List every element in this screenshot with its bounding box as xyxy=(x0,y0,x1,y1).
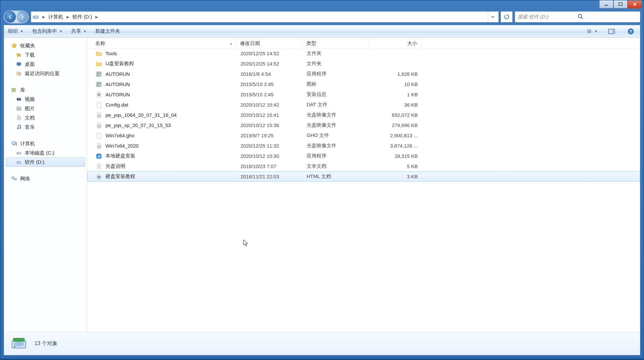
svg-rect-15 xyxy=(17,63,21,65)
help-button[interactable]: ? xyxy=(625,27,636,36)
column-header-date[interactable]: 修改日期 xyxy=(236,39,302,48)
file-size: 3 KB xyxy=(369,174,422,179)
file-type: 图标 xyxy=(303,81,369,87)
svg-rect-12 xyxy=(612,29,615,34)
maximize-icon xyxy=(618,2,623,7)
title-bar[interactable] xyxy=(0,0,644,10)
file-row[interactable]: 本地硬盘安装2020/10/12 15:30应用程序28,315 KB xyxy=(87,151,640,161)
share-menu[interactable]: 共享▼ xyxy=(71,28,87,34)
chevron-down-icon xyxy=(491,15,494,19)
svg-rect-45 xyxy=(97,85,99,86)
favorites-header[interactable]: 收藏夹 xyxy=(6,41,85,50)
file-row[interactable]: 光盘说明2016/10/23 7:07文本文档5 KB xyxy=(87,161,640,171)
preview-pane-button[interactable] xyxy=(606,27,617,36)
sidebar-item-recent[interactable]: 最近访问的位置 xyxy=(6,69,85,78)
sidebar-item-desktop[interactable]: 桌面 xyxy=(6,60,85,69)
new-folder-button[interactable]: 新建文件夹 xyxy=(95,28,120,34)
svg-rect-55 xyxy=(97,154,101,158)
sidebar-item-drive-d[interactable]: 软件 (D:) xyxy=(6,158,85,167)
file-date: 2016/1/8 4:54 xyxy=(236,71,303,77)
svg-rect-10 xyxy=(588,32,591,32)
address-bar[interactable]: ▶ 计算机 ▶ 软件 (D:) ▶ xyxy=(31,11,499,22)
file-date: 2020/12/25 14:52 xyxy=(236,61,303,67)
column-header-type[interactable]: 类型 xyxy=(302,39,368,48)
libraries-header[interactable]: 库 xyxy=(6,85,85,95)
include-library-menu[interactable]: 包含到库中▼ xyxy=(32,28,63,34)
sidebar-item-documents[interactable]: 文档 xyxy=(6,113,85,122)
minimize-button[interactable] xyxy=(599,0,613,8)
file-row[interactable]: AUTORUN2016/1/8 4:54应用程序1,926 KB xyxy=(87,69,640,79)
file-name: AUTORUN xyxy=(106,71,130,77)
svg-rect-8 xyxy=(588,31,591,31)
address-dropdown[interactable] xyxy=(488,12,497,22)
back-button[interactable] xyxy=(5,11,16,22)
sort-asc-icon: ▴ xyxy=(230,42,232,45)
file-row[interactable]: AUTORUN2015/5/10 2:45图标10 KB xyxy=(87,79,640,89)
svg-rect-40 xyxy=(97,74,99,76)
column-header-name[interactable]: 名称 ▴ xyxy=(87,39,236,48)
chevron-right-icon[interactable]: ▶ xyxy=(65,15,70,19)
file-row[interactable]: pe_yqs_1064_20_07_31_16_042020/10/12 15:… xyxy=(87,110,640,120)
downloads-icon xyxy=(16,52,22,58)
svg-text:?: ? xyxy=(629,29,632,34)
maximize-button[interactable] xyxy=(614,0,627,8)
file-row[interactable]: Config.dat2020/10/12 15:42DAT 文件36 KB xyxy=(87,100,640,110)
svg-rect-18 xyxy=(12,88,13,92)
sidebar-item-pictures[interactable]: 图片 xyxy=(6,104,85,113)
file-row[interactable]: Tools2020/12/25 14:52文件夹 xyxy=(87,48,640,59)
computer-header[interactable]: 计算机 xyxy=(6,139,85,148)
breadcrumb-drive[interactable]: 软件 (D:) xyxy=(72,14,92,20)
network-header[interactable]: 网络 xyxy=(6,174,85,183)
svg-rect-39 xyxy=(99,72,101,74)
disk-icon xyxy=(16,150,22,156)
chevron-right-icon[interactable]: ▶ xyxy=(94,15,99,19)
sidebar-item-drive-c[interactable]: 本地磁盘 (C:) xyxy=(6,148,85,158)
sidebar-item-videos[interactable]: 视频 xyxy=(6,95,85,104)
svg-rect-60 xyxy=(13,338,24,341)
file-list-pane[interactable]: 名称 ▴ 修改日期 类型 大小 Tools2020/12/25 14:52文件夹… xyxy=(87,38,640,332)
sidebar-item-downloads[interactable]: 下载 xyxy=(6,50,85,60)
sidebar-item-music[interactable]: 音乐 xyxy=(6,122,85,132)
file-size: 1 KB xyxy=(369,92,422,97)
file-row[interactable]: Win7x64.gho2019/9/7 19:25GHO 文件2,900,813… xyxy=(87,130,640,141)
file-icon xyxy=(96,71,102,77)
svg-rect-23 xyxy=(20,98,21,101)
svg-rect-30 xyxy=(16,142,17,145)
file-row[interactable]: Win7x64_20202020/12/25 11:32光盘映像文件3,874,… xyxy=(87,141,640,151)
breadcrumb-computer[interactable]: 计算机 xyxy=(48,14,63,20)
svg-rect-6 xyxy=(588,30,591,30)
search-input[interactable]: 搜索 软件 (D:) xyxy=(515,11,640,22)
svg-point-27 xyxy=(20,127,21,129)
navigation-row: ▶ 计算机 ▶ 软件 (D:) ▶ 搜索 软件 (D:) xyxy=(4,10,640,23)
forward-button[interactable] xyxy=(17,11,28,22)
file-name: pe_yqs_1064_20_07_31_16_04 xyxy=(106,112,177,118)
arrow-right-icon xyxy=(20,14,25,20)
column-header-size[interactable]: 大小 xyxy=(368,39,421,48)
file-type: 光盘映像文件 xyxy=(303,122,369,128)
svg-point-54 xyxy=(99,146,99,147)
file-name: 本地硬盘安装 xyxy=(106,153,135,159)
refresh-button[interactable] xyxy=(501,11,513,22)
file-row[interactable]: pe_yqs_xp_20_07_31_15_532020/10/12 15:36… xyxy=(87,120,640,130)
file-type: GHO 文件 xyxy=(303,132,369,139)
file-type: 文件夹 xyxy=(303,61,369,67)
video-icon xyxy=(16,96,22,103)
file-date: 2020/10/12 15:30 xyxy=(236,153,303,159)
svg-rect-31 xyxy=(17,152,21,154)
view-mode-button[interactable]: ▼ xyxy=(587,27,598,36)
svg-point-32 xyxy=(18,153,18,154)
file-row[interactable]: AUTORUN2015/5/10 2:45安装信息1 KB xyxy=(87,89,640,100)
svg-rect-16 xyxy=(18,66,20,66)
organize-menu[interactable]: 组织▼ xyxy=(8,28,23,34)
file-row[interactable]: U盘安装教程2020/12/25 14:52文件夹 xyxy=(87,59,640,69)
file-row[interactable]: 硬盘安装教程2016/11/21 22:03HTML 文档3 KB xyxy=(87,171,640,182)
file-type: HTML 文档 xyxy=(303,173,369,180)
svg-rect-19 xyxy=(13,88,14,92)
file-date: 2015/5/10 2:45 xyxy=(236,92,303,97)
chevron-right-icon[interactable]: ▶ xyxy=(41,15,46,19)
file-icon xyxy=(96,163,102,170)
nav-arrows xyxy=(4,10,29,23)
list-view-icon xyxy=(587,28,592,34)
close-button[interactable] xyxy=(628,0,642,8)
drive-large-icon xyxy=(10,335,28,353)
